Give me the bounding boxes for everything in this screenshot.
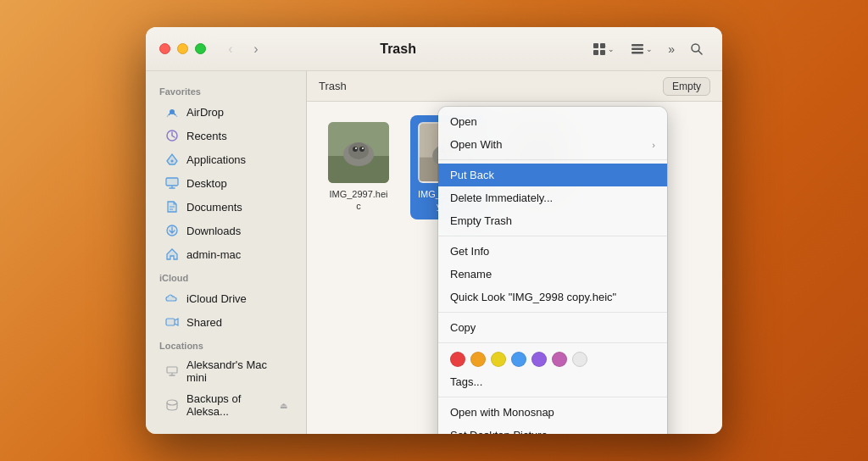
- ctx-open-monosnap[interactable]: Open with Monosnap: [438, 401, 667, 424]
- ctx-delete-immediately[interactable]: Delete Immediately...: [438, 186, 667, 209]
- sidebar: Favorites AirDrop: [146, 71, 307, 434]
- grid-view-button[interactable]: ⌄: [587, 38, 620, 60]
- svg-rect-5: [632, 47, 643, 50]
- tag-orange[interactable]: [470, 352, 486, 367]
- computer-icon: [164, 364, 180, 379]
- icloud-icon: [164, 291, 180, 306]
- svg-rect-3: [600, 50, 605, 55]
- sidebar-section-favorites: Favorites AirDrop: [146, 80, 306, 266]
- tag-purple[interactable]: [531, 352, 547, 367]
- context-menu: Open Open With › Put Back Delete Immedia…: [438, 107, 667, 434]
- ctx-empty-trash[interactable]: Empty Trash: [438, 209, 667, 232]
- ctx-tags-label[interactable]: Tags...: [438, 372, 667, 393]
- icloud-label: iCloud: [146, 266, 306, 286]
- sidebar-item-home[interactable]: admin-mac: [151, 242, 301, 266]
- sidebar-item-backups[interactable]: Backups of Aleksa... ⏏: [151, 388, 301, 422]
- svg-point-26: [348, 142, 369, 159]
- ctx-tags-row: [438, 347, 667, 372]
- close-button[interactable]: [159, 43, 170, 54]
- breadcrumb-bar: Trash Empty: [307, 71, 722, 102]
- view-options-button[interactable]: ⌄: [625, 38, 658, 60]
- search-icon: [690, 42, 704, 56]
- ctx-section-trash: Put Back Delete Immediately... Empty Tra…: [438, 160, 667, 236]
- minimize-button[interactable]: [177, 43, 188, 54]
- ctx-section-open: Open Open With ›: [438, 107, 667, 160]
- svg-rect-0: [593, 43, 598, 48]
- photo-thumbnail: [328, 122, 389, 183]
- ctx-open[interactable]: Open: [438, 110, 667, 133]
- window-title: Trash: [209, 42, 587, 57]
- applications-icon: [164, 152, 180, 167]
- svg-point-11: [171, 160, 174, 163]
- breadcrumb-text: Trash: [319, 80, 347, 92]
- favorites-label: Favorites: [146, 80, 306, 100]
- sidebar-recents-label: Recents: [186, 130, 227, 142]
- ctx-section-info: Get Info Rename Quick Look "IMG_2998 cop…: [438, 236, 667, 313]
- more-button[interactable]: »: [663, 39, 680, 59]
- sidebar-item-desktop[interactable]: Desktop: [151, 171, 301, 195]
- sidebar-item-mac-mini[interactable]: Aleksandr's Mac mini: [151, 354, 301, 388]
- sidebar-downloads-label: Downloads: [186, 225, 241, 237]
- sidebar-item-recents[interactable]: Recents: [151, 124, 301, 147]
- traffic-lights: [159, 43, 206, 54]
- tag-red[interactable]: [450, 352, 465, 367]
- ctx-section-monosnap: Open with Monosnap Set Desktop Picture U…: [438, 397, 667, 434]
- svg-point-22: [167, 400, 177, 405]
- ctx-copy[interactable]: Copy: [438, 316, 667, 339]
- svg-rect-12: [166, 178, 178, 186]
- svg-rect-18: [166, 319, 175, 325]
- tag-blue[interactable]: [511, 352, 526, 367]
- ctx-rename[interactable]: Rename: [438, 263, 667, 286]
- toolbar-right: ⌄ ⌄ »: [587, 37, 709, 61]
- sidebar-backups-label: Backups of Aleksa...: [186, 392, 273, 418]
- sidebar-item-icloud-drive[interactable]: iCloud Drive: [151, 286, 301, 310]
- shared-icon: [164, 314, 180, 330]
- sidebar-documents-label: Documents: [186, 201, 242, 214]
- svg-point-28: [359, 147, 364, 152]
- tag-pink[interactable]: [552, 352, 567, 367]
- sidebar-section-icloud: iCloud iCloud Drive: [146, 266, 306, 334]
- locations-label: Locations: [146, 334, 306, 354]
- view-options-icon: [630, 42, 645, 57]
- airdrop-icon: [164, 104, 180, 119]
- ctx-open-with[interactable]: Open With ›: [438, 133, 667, 156]
- empty-button[interactable]: Empty: [663, 77, 710, 96]
- sidebar-applications-label: Applications: [186, 153, 246, 166]
- tag-none[interactable]: [572, 352, 587, 367]
- tag-yellow[interactable]: [491, 352, 506, 367]
- sidebar-item-downloads[interactable]: Downloads: [151, 219, 301, 242]
- desktop-icon: [164, 175, 180, 191]
- search-button[interactable]: [685, 37, 709, 61]
- sidebar-item-airdrop[interactable]: AirDrop: [151, 100, 301, 124]
- sidebar-item-applications[interactable]: Applications: [151, 147, 301, 171]
- sidebar-shared-label: Shared: [186, 316, 222, 329]
- file-name: IMG_2997.heic: [327, 188, 390, 213]
- file-item[interactable]: IMG_2997.heic: [320, 115, 397, 219]
- svg-line-8: [698, 51, 702, 54]
- svg-point-27: [353, 147, 358, 152]
- ctx-quick-look[interactable]: Quick Look "IMG_2998 copy.heic": [438, 286, 667, 308]
- submenu-arrow: ›: [652, 140, 655, 150]
- sidebar-item-documents[interactable]: Documents: [151, 195, 301, 219]
- file-thumbnail: [328, 122, 389, 183]
- sidebar-mac-mini-label: Aleksandr's Mac mini: [186, 358, 287, 384]
- sidebar-home-label: admin-mac: [186, 248, 241, 261]
- sidebar-airdrop-label: AirDrop: [186, 106, 224, 119]
- maximize-button[interactable]: [195, 43, 206, 54]
- main-content: Favorites AirDrop: [146, 71, 722, 434]
- ctx-section-tags: Tags...: [438, 343, 667, 397]
- svg-rect-4: [632, 44, 643, 47]
- svg-rect-19: [167, 367, 177, 373]
- sidebar-item-shared[interactable]: Shared: [151, 310, 301, 334]
- finder-window: ‹ › Trash ⌄ ⌄: [146, 27, 722, 434]
- eject-icon[interactable]: ⏏: [280, 401, 287, 410]
- title-bar: ‹ › Trash ⌄ ⌄: [146, 27, 722, 71]
- ctx-section-copy: Copy: [438, 313, 667, 343]
- ctx-set-desktop[interactable]: Set Desktop Picture: [438, 424, 667, 434]
- ctx-put-back[interactable]: Put Back: [438, 164, 667, 186]
- ctx-get-info[interactable]: Get Info: [438, 240, 667, 263]
- svg-rect-6: [632, 52, 643, 54]
- disk-icon: [164, 397, 180, 413]
- file-area: Trash Empty: [307, 71, 722, 434]
- recents-icon: [164, 128, 180, 143]
